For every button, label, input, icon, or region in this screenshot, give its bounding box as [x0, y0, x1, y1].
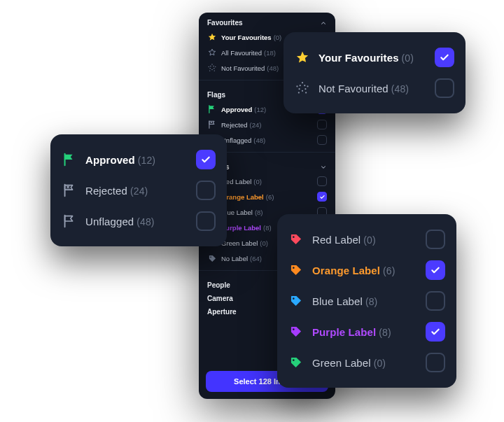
- checkbox[interactable]: [317, 192, 327, 202]
- checkbox[interactable]: [196, 150, 216, 169]
- row-red-label[interactable]: Red Label(0): [288, 224, 445, 255]
- checkbox[interactable]: [435, 78, 454, 98]
- flag-x-icon: [62, 183, 77, 198]
- row-rejected[interactable]: Rejected(24): [199, 117, 335, 132]
- chevron-down-icon: [320, 164, 327, 171]
- star-solid-icon: [295, 50, 310, 65]
- chevron-up-icon: [320, 20, 327, 27]
- checkbox[interactable]: [426, 291, 445, 311]
- star-dotted-icon: [207, 63, 217, 73]
- tag-icon: [288, 262, 304, 278]
- row-purple-label[interactable]: Purple Label(8): [288, 316, 445, 347]
- checkbox[interactable]: [435, 48, 454, 67]
- row-orange-label[interactable]: Orange Label(6): [288, 255, 445, 286]
- section-title: Camera: [207, 295, 233, 302]
- row-green-label[interactable]: Green Label(0): [288, 347, 445, 378]
- checkbox[interactable]: [426, 353, 445, 372]
- star-solid-icon: [207, 32, 217, 42]
- tag-icon: [288, 355, 304, 370]
- star-dotted-icon: [295, 80, 310, 96]
- row-blue-label[interactable]: Blue Label(8): [288, 286, 445, 316]
- checkbox[interactable]: [196, 181, 216, 200]
- row-not-favourited[interactable]: Not Favourited(48): [295, 73, 454, 104]
- row-your-favourites[interactable]: Your Favourites(0): [295, 42, 454, 73]
- star-outline-icon: [207, 48, 217, 57]
- flags-popout: Approved(12) Rejected(24) Unflagged(48): [50, 134, 227, 246]
- section-favourites[interactable]: Favourites: [199, 13, 335, 29]
- checkbox[interactable]: [426, 322, 445, 342]
- section-title: People: [207, 281, 230, 289]
- row-unflagged[interactable]: Unflagged(48): [62, 206, 216, 237]
- checkbox[interactable]: [426, 260, 445, 280]
- flag-outline-icon: [62, 213, 77, 229]
- checkbox[interactable]: [317, 176, 327, 186]
- section-title: Aperture: [207, 308, 237, 316]
- section-title: Favourites: [207, 19, 243, 27]
- flag-x-icon: [207, 120, 217, 129]
- section-title: Flags: [207, 91, 225, 99]
- checkbox[interactable]: [317, 120, 327, 129]
- checkbox[interactable]: [196, 211, 216, 231]
- flag-solid-icon: [207, 104, 217, 114]
- tag-icon: [288, 232, 304, 247]
- favourites-popout: Your Favourites(0) Not Favourited(48): [284, 32, 465, 113]
- row-approved[interactable]: Approved(12): [62, 144, 216, 175]
- tag-icon: [288, 293, 304, 309]
- checkbox[interactable]: [426, 230, 445, 249]
- labels-popout: Red Label(0) Orange Label(6) Blue Label(…: [277, 214, 456, 388]
- tag-icon: [288, 324, 304, 339]
- row-rejected[interactable]: Rejected(24): [62, 175, 216, 206]
- checkbox[interactable]: [317, 135, 327, 145]
- tag-icon: [207, 253, 217, 263]
- flag-solid-icon: [62, 152, 77, 167]
